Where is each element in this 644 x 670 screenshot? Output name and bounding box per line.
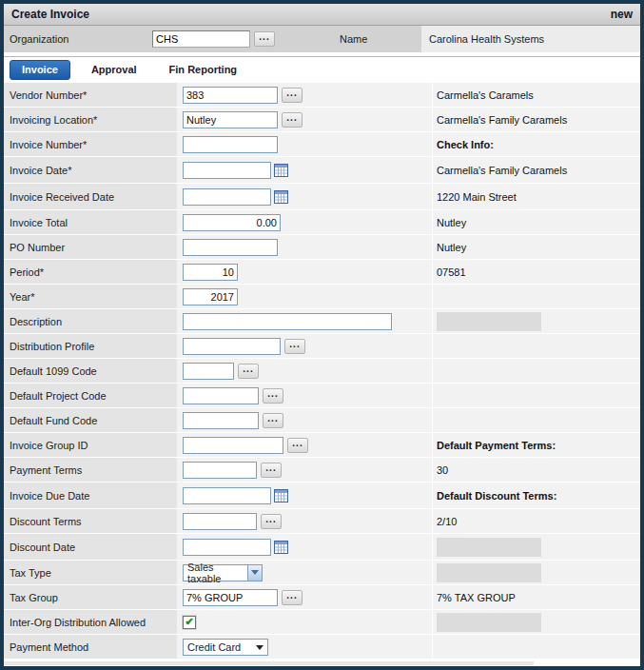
invoice-group-id-input[interactable]	[183, 437, 283, 454]
lookup-ellipsis-icon[interactable]: ...	[238, 364, 259, 379]
field-label: Discount Terms	[4, 509, 177, 533]
check-icon: ✔	[185, 617, 193, 627]
row-payment-terms: Payment Terms ... 30	[4, 458, 640, 483]
discount-date-input[interactable]	[183, 539, 271, 556]
row-discount-date: Discount Date	[4, 534, 640, 561]
lookup-ellipsis-icon[interactable]: ...	[261, 514, 282, 529]
disabled-display-field	[437, 613, 541, 632]
row-default-1099-code: Default 1099 Code ...	[4, 359, 640, 384]
inter-org-distribution-checkbox[interactable]: ✔	[183, 616, 196, 629]
row-default-project-code: Default Project Code ...	[4, 384, 640, 408]
field-label: Vendor Number*	[4, 83, 177, 107]
field-label: Default 1099 Code	[4, 359, 177, 383]
lookup-ellipsis-icon[interactable]: ...	[282, 112, 302, 128]
payment-terms-input[interactable]	[183, 462, 257, 479]
row-inter-org-distribution: Inter-Org Distribution Allowed ✔	[4, 610, 640, 635]
calendar-icon[interactable]	[274, 489, 288, 502]
row-payment-method: Payment Method Credit Card	[4, 635, 640, 660]
field-label: Default Fund Code	[4, 408, 177, 432]
field-label: Invoice Group ID	[4, 433, 177, 457]
field-label: Invoice Date*	[4, 157, 177, 183]
field-label: Distribution Profile	[4, 334, 177, 358]
row-tax-group: Tax Group ... 7% TAX GROUP	[4, 585, 640, 610]
row-discount-terms: Discount Terms ... 2/10	[4, 509, 640, 534]
invoice-number-input[interactable]	[183, 136, 278, 153]
field-label: Invoice Number*	[4, 132, 177, 156]
row-invoice-number: Invoice Number* Check Info:	[4, 132, 640, 157]
row-description: Description	[4, 309, 640, 334]
field-label: Invoicing Location*	[4, 108, 177, 131]
check-city2-text: Nutley	[437, 242, 466, 253]
field-label: Tax Type	[4, 561, 177, 584]
field-label: Payment Method	[4, 635, 177, 659]
default-project-code-input[interactable]	[183, 387, 259, 404]
invoice-date-input[interactable]	[183, 162, 271, 179]
field-label: Invoice Total	[4, 210, 177, 234]
field-label: Invoice Received Date	[4, 184, 177, 209]
invoice-total-input[interactable]	[183, 214, 281, 231]
field-label: Tax Group	[4, 585, 177, 609]
lookup-ellipsis-icon[interactable]: ...	[287, 438, 308, 453]
chevron-down-icon	[252, 640, 267, 654]
field-label: Year*	[4, 285, 177, 308]
disabled-display-field	[437, 312, 541, 331]
row-invoice-group-id: Invoice Group ID ... Default Payment Ter…	[4, 433, 640, 458]
distribution-profile-input[interactable]	[183, 338, 281, 355]
tab-fin-reporting[interactable]: Fin Reporting	[158, 61, 249, 79]
organization-input[interactable]	[152, 30, 250, 48]
description-input[interactable]	[183, 313, 392, 330]
lookup-ellipsis-icon[interactable]: ...	[282, 590, 302, 605]
row-invoice-date: Invoice Date* Carmella's Family Caramels	[4, 157, 640, 184]
default-1099-code-input[interactable]	[183, 363, 234, 380]
page-title: Create Invoice	[11, 8, 89, 21]
invoice-due-date-input[interactable]	[183, 487, 271, 504]
invoice-form: Vendor Number* ... Carmella's Caramels I…	[4, 83, 640, 660]
field-label: PO Number	[4, 235, 177, 259]
default-discount-terms-value: 2/10	[437, 516, 457, 527]
po-number-input[interactable]	[183, 239, 278, 256]
tab-invoice[interactable]: Invoice	[10, 60, 70, 80]
vendor-number-input[interactable]	[183, 87, 278, 104]
lookup-ellipsis-icon[interactable]: ...	[261, 463, 282, 478]
row-vendor-number: Vendor Number* ... Carmella's Caramels	[4, 83, 640, 108]
period-input[interactable]	[183, 264, 238, 281]
tax-type-selected-value: Sales taxable	[187, 562, 244, 584]
default-fund-code-input[interactable]	[183, 412, 259, 429]
organization-bar: Organization ... Name Carolina Health Sy…	[4, 26, 640, 52]
record-status-badge: new	[611, 8, 633, 21]
row-po-number: PO Number Nutley	[4, 235, 640, 260]
tab-strip: Invoice Approval Fin Reporting	[4, 57, 640, 83]
discount-terms-input[interactable]	[183, 513, 257, 530]
row-period: Period* 07581	[4, 260, 640, 285]
invoice-received-date-input[interactable]	[183, 188, 271, 206]
bottom-strip	[4, 661, 534, 665]
row-invoice-due-date: Invoice Due Date Default Discount Terms:	[4, 483, 640, 509]
payment-method-select[interactable]: Credit Card	[183, 639, 268, 656]
calendar-icon[interactable]	[274, 164, 288, 177]
calendar-icon[interactable]	[274, 190, 288, 204]
title-bar: Create Invoice new	[4, 4, 640, 26]
field-label: Discount Date	[4, 534, 177, 560]
default-discount-terms-heading: Default Discount Terms:	[437, 490, 556, 502]
year-input[interactable]	[183, 288, 238, 305]
calendar-icon[interactable]	[274, 541, 288, 554]
row-invoice-received-date: Invoice Received Date 1220 Main Street	[4, 184, 640, 210]
tax-type-select[interactable]: Sales taxable	[183, 564, 263, 581]
disabled-display-field	[437, 563, 541, 582]
field-label: Period*	[4, 260, 177, 284]
tax-group-value-text: 7% TAX GROUP	[437, 592, 516, 603]
invoicing-location-input[interactable]	[183, 111, 278, 128]
lookup-ellipsis-icon[interactable]: ...	[282, 88, 302, 103]
tax-group-input[interactable]	[183, 589, 278, 606]
row-tax-type: Tax Type Sales taxable	[4, 561, 640, 585]
row-year: Year*	[4, 285, 640, 309]
lookup-ellipsis-icon[interactable]: ...	[284, 339, 305, 354]
chevron-down-icon	[247, 565, 262, 581]
tab-approval[interactable]: Approval	[80, 61, 148, 79]
lookup-ellipsis-icon[interactable]: ...	[263, 388, 283, 404]
field-label: Invoice Due Date	[4, 483, 177, 508]
location-name-text: Carmella's Family Caramels	[437, 114, 567, 126]
lookup-ellipsis-icon[interactable]: ...	[263, 413, 283, 428]
lookup-ellipsis-icon[interactable]: ...	[254, 31, 275, 47]
organization-label: Organization	[4, 33, 152, 45]
